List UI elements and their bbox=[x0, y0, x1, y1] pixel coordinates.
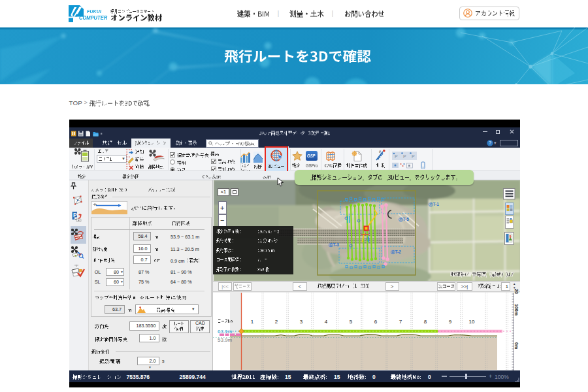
svg-text:θ: θ bbox=[379, 150, 381, 154]
svg-text:?: ? bbox=[489, 140, 491, 146]
svg-text:P: P bbox=[412, 154, 415, 159]
svg-text:P: P bbox=[73, 212, 77, 218]
svg-text:P: P bbox=[395, 154, 398, 159]
svg-text:P: P bbox=[403, 154, 406, 159]
